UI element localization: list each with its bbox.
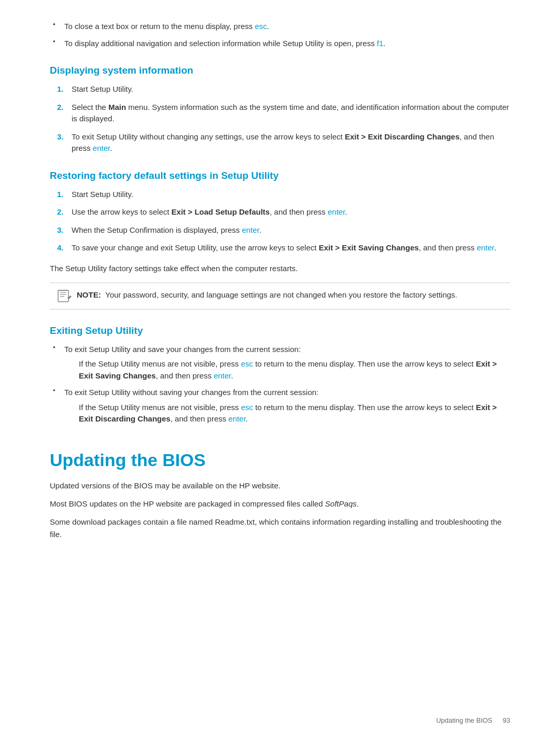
- section2-step4: To save your change and exit Setup Utili…: [50, 242, 510, 254]
- section2-step2: Use the arrow keys to select Exit > Load…: [50, 206, 510, 218]
- note-text: Your password, security, and language se…: [105, 290, 457, 299]
- section2-step3-before: When the Setup Confirmation is displayed…: [72, 226, 242, 234]
- section2-step3-after: .: [259, 226, 261, 234]
- sub1-end: .: [231, 371, 233, 380]
- sub1-before: If the Setup Utility menus are not visib…: [79, 359, 241, 368]
- sub1-after: , and then press: [156, 371, 214, 380]
- footer-label: Updating the BIOS: [436, 716, 492, 724]
- chapter-heading: Updating the BIOS: [50, 450, 510, 470]
- section2-step4-end: .: [494, 243, 496, 252]
- section1-steps: Start Setup Utility. Select the Main men…: [50, 83, 510, 154]
- section1-step3-key: enter: [93, 144, 110, 152]
- sub2-key1: esc: [241, 403, 253, 412]
- section3-bullets: To exit Setup Utility and save your chan…: [50, 344, 510, 425]
- footer-page: 93: [503, 716, 510, 724]
- section2-step1: Start Setup Utility.: [50, 189, 510, 201]
- intro-bullet-1: To close a text box or return to the men…: [50, 21, 510, 33]
- section2-heading: Restoring factory default settings in Se…: [50, 170, 510, 181]
- section2-step4-key: enter: [477, 243, 494, 252]
- section2-step2-end: .: [345, 207, 347, 216]
- bullet2-text-before: To display additional navigation and sel…: [64, 39, 377, 48]
- section2-step2-bold: Exit > Load Setup Defaults: [172, 207, 270, 216]
- section2-step3: When the Setup Confirmation is displayed…: [50, 224, 510, 236]
- section1-step2-bold: Main: [108, 103, 126, 111]
- section2-step4-mid: , and then press: [419, 243, 477, 252]
- sub2-key2: enter: [228, 414, 245, 423]
- softpaqs-italic: SoftPaqs: [325, 499, 357, 508]
- chapter-para2: Most BIOS updates on the HP website are …: [50, 498, 510, 510]
- section3-bullet2-main: To exit Setup Utility without saving you…: [64, 388, 318, 397]
- bullet1-text-after: .: [267, 22, 269, 31]
- intro-bullet-list: To close a text box or return to the men…: [50, 21, 510, 49]
- sub1-key2: enter: [214, 371, 231, 380]
- section1-step3-before: To exit Setup Utility without changing a…: [72, 132, 345, 141]
- chapter-para1: Updated versions of the BIOS may be avai…: [50, 480, 510, 491]
- factory-note-text: The Setup Utility factory settings take …: [50, 262, 510, 274]
- bullet1-key: esc: [255, 22, 267, 31]
- section1-step3: To exit Setup Utility without changing a…: [50, 131, 510, 154]
- section3-bullet2: To exit Setup Utility without saving you…: [50, 387, 510, 425]
- section2-step4-before: To save your change and exit Setup Utili…: [72, 243, 319, 252]
- sub2-mid: to return to the menu display. Then use …: [253, 403, 476, 412]
- section1-step2: Select the Main menu. System information…: [50, 102, 510, 125]
- section2-step2-mid: , and then press: [270, 207, 328, 216]
- section1-heading: Displaying system information: [50, 65, 510, 76]
- intro-bullet-2: To display additional navigation and sel…: [50, 38, 510, 50]
- note-icon: [57, 288, 72, 303]
- sub2-before: If the Setup Utility menus are not visib…: [79, 403, 241, 412]
- section2-step3-key: enter: [242, 226, 259, 234]
- svg-rect-0: [58, 290, 68, 302]
- section1-step1-text: Start Setup Utility.: [72, 85, 133, 93]
- section2-step1-text: Start Setup Utility.: [72, 190, 133, 199]
- note-box: NOTE: Your password, security, and langu…: [50, 283, 510, 310]
- sub1-key1: esc: [241, 359, 253, 368]
- note-label: NOTE:: [77, 290, 105, 299]
- section1-step2-before: Select the: [72, 103, 108, 111]
- section1-step3-end: .: [110, 144, 112, 152]
- section3-heading: Exiting Setup Utility: [50, 325, 510, 336]
- section3-bullet2-sub: If the Setup Utility menus are not visib…: [79, 402, 510, 425]
- section2-steps: Start Setup Utility. Use the arrow keys …: [50, 189, 510, 254]
- bullet2-key: f1: [377, 39, 384, 48]
- section3-bullet1-sub: If the Setup Utility menus are not visib…: [79, 358, 510, 382]
- section2-step4-bold: Exit > Exit Saving Changes: [319, 243, 419, 252]
- sub1-mid: to return to the menu display. Then use …: [253, 359, 476, 368]
- section3-bullet1-main: To exit Setup Utility and save your chan…: [64, 345, 301, 354]
- page-footer: Updating the BIOS 93: [436, 716, 510, 724]
- chapter-para3: Some download packages contain a file na…: [50, 516, 510, 540]
- section1-step1: Start Setup Utility.: [50, 83, 510, 95]
- section1-step2-after: menu. System information such as the sys…: [72, 103, 509, 123]
- bullet1-text-before: To close a text box or return to the men…: [64, 22, 255, 31]
- sub2-after: , and then press: [171, 414, 229, 423]
- note-content: NOTE: Your password, security, and langu…: [77, 289, 503, 301]
- section3-bullet1: To exit Setup Utility and save your chan…: [50, 344, 510, 382]
- bullet2-text-after: .: [383, 39, 385, 48]
- section2-step2-key: enter: [328, 207, 345, 216]
- section1-step3-bold: Exit > Exit Discarding Changes: [345, 132, 459, 141]
- section2-step2-before: Use the arrow keys to select: [72, 207, 172, 216]
- sub2-end: .: [246, 414, 248, 423]
